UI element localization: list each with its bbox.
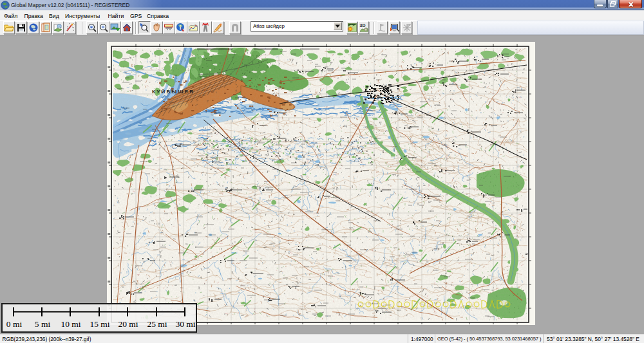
svg-text:5 mi: 5 mi [35,319,51,329]
svg-text:0 mi: 0 mi [6,319,23,329]
svg-text:i: i [180,24,182,31]
svg-text:25 mi: 25 mi [147,319,167,329]
svg-text:30 mi: 30 mi [175,319,195,329]
svg-text:10 mi: 10 mi [61,319,80,329]
svg-text:20 mi: 20 mi [118,319,138,329]
svg-text:3D: 3D [360,23,366,28]
svg-text:15 mi: 15 mi [90,319,109,329]
